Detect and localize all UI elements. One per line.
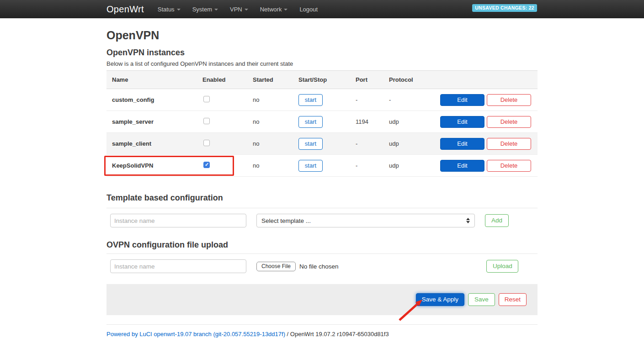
chevron-down-icon	[177, 9, 181, 11]
upload-row: Choose File No file chosen Upload	[106, 259, 538, 273]
nav-item-label: Network	[260, 6, 282, 13]
template-select-value: Select template ...	[261, 217, 311, 224]
nav-item-label: Logout	[299, 6, 318, 13]
unsaved-changes-badge[interactable]: UNSAVED CHANGES: 22	[472, 4, 537, 12]
add-button[interactable]: Add	[485, 214, 509, 227]
delete-button[interactable]: Delete	[487, 160, 531, 172]
upload-button[interactable]: Upload	[486, 260, 518, 273]
start-button[interactable]: start	[298, 116, 323, 128]
footer-text: Powered by LuCI openwrt-19.07 branch (gi…	[106, 331, 538, 337]
instances-description: Below is a list of configured OpenVPN in…	[106, 60, 538, 67]
divider	[106, 253, 538, 254]
table-header-row: Name Enabled Started Start/Stop Port Pro…	[106, 71, 538, 89]
port-value: -	[356, 162, 389, 169]
no-file-chosen-text: No file chosen	[299, 263, 339, 270]
table-row-sample-client: sample_client no start - udp Edit Delete	[106, 133, 538, 155]
reset-button[interactable]: Reset	[499, 293, 527, 306]
enabled-checkbox[interactable]	[203, 96, 210, 102]
save-button[interactable]: Save	[468, 293, 495, 306]
col-header-enabled: Enabled	[202, 76, 253, 83]
template-instance-name-input[interactable]	[110, 214, 246, 227]
edit-button[interactable]: Edit	[440, 116, 484, 128]
delete-button[interactable]: Delete	[487, 138, 531, 150]
start-button[interactable]: start	[298, 138, 323, 150]
nav-item-label: System	[192, 6, 212, 13]
instances-table: Name Enabled Started Start/Stop Port Pro…	[106, 70, 538, 177]
table-row-custom-config: custom_config no start - - Edit Delete	[106, 89, 538, 111]
table-row-sample-server: sample_server no start 1194 udp Edit Del…	[106, 111, 538, 133]
protocol-value: -	[389, 96, 440, 103]
upload-heading: OVPN configuration file upload	[106, 240, 538, 250]
openwrt-logo: OpenWrt	[106, 4, 144, 15]
template-config-heading: Template based configuration	[106, 193, 538, 203]
instance-name: KeepSolidVPN	[106, 162, 202, 169]
instance-name: sample_client	[106, 140, 202, 147]
col-header-port: Port	[356, 76, 389, 83]
col-header-started: Started	[253, 76, 298, 83]
chevron-down-icon	[245, 9, 248, 11]
nav-item-status[interactable]: Status	[158, 6, 181, 13]
action-bar: Save & Apply Save Reset	[106, 284, 538, 315]
enabled-checkbox[interactable]	[203, 118, 210, 124]
edit-button[interactable]: Edit	[440, 94, 484, 106]
nav-item-vpn[interactable]: VPN	[230, 6, 248, 13]
instances-heading: OpenVPN instances	[106, 48, 538, 58]
nav-item-label: Status	[158, 6, 175, 13]
col-header-startstop: Start/Stop	[298, 76, 356, 83]
edit-button[interactable]: Edit	[440, 138, 484, 150]
top-navbar: OpenWrt Status System VPN Network Logout…	[0, 0, 644, 18]
nav-item-network[interactable]: Network	[260, 6, 288, 13]
file-input: Choose File No file chosen	[256, 262, 339, 271]
chevron-down-icon	[284, 9, 287, 11]
edit-button[interactable]: Edit	[440, 160, 484, 172]
footer-version-text: / OpenWrt 19.07.2 r10947-65030d81f3	[285, 331, 389, 337]
table-row-keepsolidvpn: KeepSolidVPN no start - udp Edit Delete	[106, 155, 538, 177]
delete-button[interactable]: Delete	[487, 116, 531, 128]
start-button[interactable]: start	[298, 94, 323, 106]
template-select[interactable]: Select template ...	[256, 214, 475, 227]
start-button[interactable]: start	[298, 160, 323, 172]
save-apply-button[interactable]: Save & Apply	[416, 293, 464, 306]
port-value: 1194	[356, 118, 389, 125]
started-value: no	[253, 162, 298, 169]
enabled-checkbox[interactable]	[203, 140, 210, 146]
started-value: no	[253, 118, 298, 125]
enabled-checkbox[interactable]	[203, 162, 210, 168]
started-value: no	[253, 140, 298, 147]
template-config-row: Select template ... Add	[106, 214, 538, 227]
protocol-value: udp	[389, 162, 440, 169]
page-title: OpenVPN	[106, 29, 538, 42]
col-header-protocol: Protocol	[389, 76, 440, 83]
col-header-name: Name	[106, 76, 202, 83]
main-content: OpenVPN OpenVPN instances Below is a lis…	[106, 29, 538, 337]
port-value: -	[356, 140, 389, 147]
nav-item-label: VPN	[230, 6, 242, 13]
footer-divider	[106, 324, 538, 325]
luci-footer-link[interactable]: Powered by LuCI openwrt-19.07 branch (gi…	[106, 331, 285, 337]
upload-instance-name-input[interactable]	[110, 259, 246, 273]
started-value: no	[253, 96, 298, 103]
protocol-value: udp	[389, 118, 440, 125]
instance-name: custom_config	[106, 96, 202, 103]
chevron-down-icon	[214, 9, 218, 11]
select-spinner-icon	[466, 218, 470, 223]
port-value: -	[356, 96, 389, 103]
instance-name: sample_server	[106, 118, 202, 125]
delete-button[interactable]: Delete	[487, 94, 531, 106]
nav-item-system[interactable]: System	[192, 6, 218, 13]
choose-file-button[interactable]: Choose File	[256, 262, 296, 271]
divider	[106, 208, 538, 208]
protocol-value: udp	[389, 140, 440, 147]
nav-item-logout[interactable]: Logout	[299, 6, 318, 13]
